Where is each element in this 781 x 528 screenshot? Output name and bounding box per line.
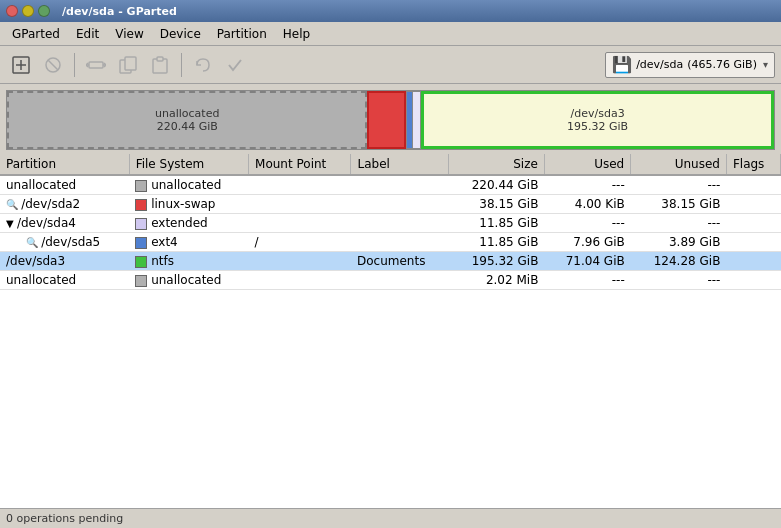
fs-type: unallocated <box>151 273 221 287</box>
partition-name: unallocated <box>6 178 76 192</box>
toolbar-separator-1 <box>74 53 75 77</box>
svg-rect-9 <box>125 57 136 70</box>
menu-device[interactable]: Device <box>152 25 209 43</box>
partition-flags <box>726 195 780 214</box>
partition-unused: 124.28 GiB <box>631 252 727 271</box>
toolbar-separator-2 <box>181 53 182 77</box>
table-row[interactable]: ▼ /dev/sda4extended11.85 GiB------ <box>0 214 781 233</box>
dropdown-arrow: ▾ <box>763 59 768 70</box>
dv-sda2[interactable] <box>367 91 405 149</box>
menu-gparted[interactable]: GParted <box>4 25 68 43</box>
partition-label <box>351 195 449 214</box>
minimize-button[interactable] <box>22 5 34 17</box>
fs-color-icon <box>135 237 147 249</box>
mount-point: / <box>249 233 351 252</box>
partition-label <box>351 233 449 252</box>
table-body: unallocatedunallocated220.44 GiB------🔍 … <box>0 175 781 290</box>
disk-icon: 💾 <box>612 55 632 74</box>
table-row[interactable]: unallocatedunallocated2.02 MiB------ <box>0 271 781 290</box>
fs-color-icon <box>135 275 147 287</box>
fs-type: unallocated <box>151 178 221 192</box>
dv-sda4[interactable] <box>406 91 421 149</box>
resize-partition-button[interactable] <box>81 50 111 80</box>
fs-type: ext4 <box>151 235 178 249</box>
menu-edit[interactable]: Edit <box>68 25 107 43</box>
partition-name: /dev/sda2 <box>21 197 80 211</box>
device-name: /dev/sda <box>636 58 683 71</box>
device-size: (465.76 GiB) <box>687 58 757 71</box>
partition-size: 195.32 GiB <box>449 252 545 271</box>
partition-flags <box>726 214 780 233</box>
partition-flags <box>726 233 780 252</box>
fs-type: ntfs <box>151 254 174 268</box>
fs-color-icon <box>135 256 147 268</box>
svg-line-4 <box>48 60 58 70</box>
fs-color-icon <box>135 199 147 211</box>
apply-button[interactable] <box>220 50 250 80</box>
statusbar: 0 operations pending <box>0 508 781 528</box>
partition-table: Partition File System Mount Point Label … <box>0 154 781 290</box>
col-size: Size <box>449 154 545 175</box>
dv-sda3[interactable]: /dev/sda3 195.32 GiB <box>421 91 774 149</box>
undo-button[interactable] <box>188 50 218 80</box>
maximize-button[interactable] <box>38 5 50 17</box>
close-button[interactable] <box>6 5 18 17</box>
table-row[interactable]: /dev/sda3ntfsDocuments195.32 GiB71.04 Gi… <box>0 252 781 271</box>
partition-size: 11.85 GiB <box>449 214 545 233</box>
col-label: Label <box>351 154 449 175</box>
partition-unused: --- <box>631 271 727 290</box>
partition-size: 38.15 GiB <box>449 195 545 214</box>
partition-label: Documents <box>351 252 449 271</box>
partition-unused: --- <box>631 175 727 195</box>
dv-unallocated[interactable]: unallocated 220.44 GiB <box>7 91 367 149</box>
partition-name: /dev/sda4 <box>17 216 76 230</box>
partition-table-container: Partition File System Mount Point Label … <box>0 154 781 508</box>
table-header-row: Partition File System Mount Point Label … <box>0 154 781 175</box>
fs-type: linux-swap <box>151 197 215 211</box>
delete-partition-button[interactable] <box>38 50 68 80</box>
partition-used: 7.96 GiB <box>544 233 630 252</box>
mount-point <box>249 214 351 233</box>
fs-color-icon <box>135 180 147 192</box>
mount-point <box>249 195 351 214</box>
partition-label <box>351 214 449 233</box>
window-controls <box>6 5 50 17</box>
table-row[interactable]: unallocatedunallocated220.44 GiB------ <box>0 175 781 195</box>
mount-point <box>249 271 351 290</box>
partition-name: /dev/sda5 <box>41 235 100 249</box>
fs-type: extended <box>151 216 208 230</box>
menubar: GParted Edit View Device Partition Help <box>0 22 781 46</box>
partition-unused: 3.89 GiB <box>631 233 727 252</box>
table-row[interactable]: 🔍 /dev/sda5ext4/11.85 GiB7.96 GiB3.89 Gi… <box>0 233 781 252</box>
operations-pending: 0 operations pending <box>6 512 123 525</box>
copy-partition-button[interactable] <box>113 50 143 80</box>
paste-partition-button[interactable] <box>145 50 175 80</box>
menu-help[interactable]: Help <box>275 25 318 43</box>
partition-size: 220.44 GiB <box>449 175 545 195</box>
dv-sda5-strip <box>407 92 414 148</box>
partition-flags <box>726 252 780 271</box>
partition-label <box>351 175 449 195</box>
fs-color-icon <box>135 218 147 230</box>
mount-point <box>249 252 351 271</box>
menu-partition[interactable]: Partition <box>209 25 275 43</box>
mount-point <box>249 175 351 195</box>
svg-rect-5 <box>89 62 103 68</box>
partition-used: --- <box>544 175 630 195</box>
device-selector[interactable]: 💾 /dev/sda (465.76 GiB) ▾ <box>605 52 775 78</box>
partition-unused: 38.15 GiB <box>631 195 727 214</box>
col-flags: Flags <box>726 154 780 175</box>
partition-label <box>351 271 449 290</box>
table-row[interactable]: 🔍 /dev/sda2linux-swap38.15 GiB4.00 KiB38… <box>0 195 781 214</box>
partition-used: 71.04 GiB <box>544 252 630 271</box>
partition-flags <box>726 175 780 195</box>
col-unused: Unused <box>631 154 727 175</box>
svg-rect-11 <box>157 57 163 61</box>
partition-size: 2.02 MiB <box>449 271 545 290</box>
partition-name: /dev/sda3 <box>6 254 65 268</box>
disk-visual: unallocated 220.44 GiB /dev/sda3 195.32 … <box>6 90 775 150</box>
partition-size: 11.85 GiB <box>449 233 545 252</box>
new-partition-button[interactable] <box>6 50 36 80</box>
menu-view[interactable]: View <box>107 25 151 43</box>
col-mountpoint: Mount Point <box>249 154 351 175</box>
